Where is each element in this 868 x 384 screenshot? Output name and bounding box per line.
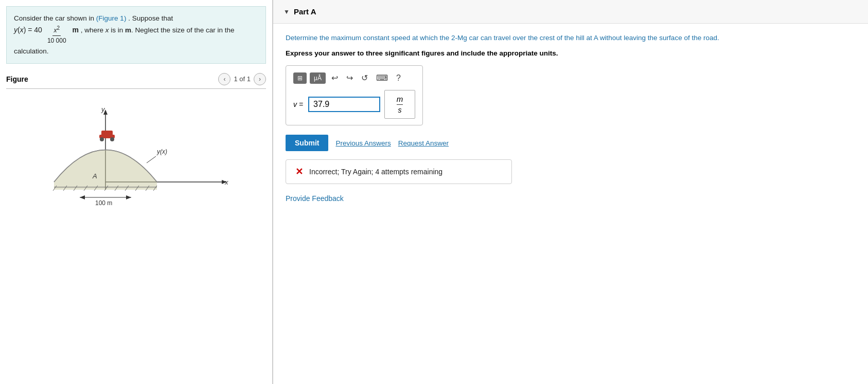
unit-icon: μÅ: [314, 75, 322, 82]
question-text: Determine the maximum constant speed at …: [286, 33, 856, 43]
unit-denominator: s: [398, 106, 402, 114]
part-chevron-icon: ▼: [284, 8, 290, 15]
incorrect-x-icon: ✕: [295, 166, 303, 177]
figure-nav: ‹ 1 of 1 ›: [218, 73, 266, 85]
right-panel: ▼ Part A Determine the maximum constant …: [273, 0, 868, 384]
problem-statement: Consider the car shown in (Figure 1) . S…: [6, 6, 266, 64]
unit-button[interactable]: μÅ: [310, 72, 326, 84]
svg-marker-26: [80, 195, 85, 199]
answer-box: ⊞ μÅ ↩ ↪ ↺ ⌨ ? v = m s: [286, 65, 423, 125]
matrix-button[interactable]: ⊞: [293, 72, 307, 84]
nav-next-button[interactable]: ›: [254, 73, 266, 85]
unit-fraction: m s: [384, 90, 415, 119]
figure-ref-link[interactable]: (Figure 1): [96, 14, 127, 22]
submit-row: Submit Previous Answers Request Answer: [286, 135, 856, 151]
figure-header: Figure ‹ 1 of 1 ›: [6, 73, 266, 89]
incorrect-box: ✕ Incorrect; Try Again; 4 attempts remai…: [286, 159, 512, 184]
equation-display: y(x) = 40 x2 10 000 m: [14, 24, 79, 46]
matrix-icon: ⊞: [297, 75, 303, 82]
part-title: Part A: [294, 7, 316, 16]
svg-point-21: [100, 137, 104, 141]
svg-line-24: [147, 156, 156, 163]
submit-button[interactable]: Submit: [286, 135, 328, 151]
figure-diagram: y x: [6, 92, 266, 221]
answer-input-wrapper: m s: [308, 90, 415, 119]
part-content: Determine the maximum constant speed at …: [273, 24, 868, 212]
provide-feedback-link[interactable]: Provide Feedback: [286, 194, 344, 203]
svg-text:100 m: 100 m: [95, 199, 112, 207]
answer-input[interactable]: [308, 97, 380, 112]
svg-marker-27: [126, 195, 131, 199]
left-panel: Consider the car shown in (Figure 1) . S…: [0, 0, 273, 384]
svg-text:x: x: [224, 178, 228, 186]
answer-row: v = m s: [293, 90, 415, 119]
figure-section: Figure ‹ 1 of 1 › y x: [0, 68, 272, 221]
toolbar: ⊞ μÅ ↩ ↪ ↺ ⌨ ?: [293, 72, 415, 84]
undo-button[interactable]: ↩: [329, 72, 341, 84]
figure-label: Figure: [6, 75, 28, 83]
hill-diagram-svg: y x: [39, 102, 234, 215]
svg-text:y(x): y(x): [156, 148, 167, 155]
svg-point-22: [110, 137, 114, 141]
nav-prev-button[interactable]: ‹: [218, 73, 231, 85]
frac-denominator: 10 000: [46, 36, 67, 46]
problem-intro-text: Consider the car shown in: [14, 14, 94, 22]
request-answer-link[interactable]: Request Answer: [398, 139, 449, 147]
frac-numerator: x2: [52, 24, 61, 36]
redo-button[interactable]: ↪: [344, 72, 356, 84]
help-button[interactable]: ?: [394, 72, 403, 84]
unit-numerator: m: [397, 95, 403, 105]
instruction-text: Express your answer to three significant…: [286, 49, 856, 57]
incorrect-message: Incorrect; Try Again; 4 attempts remaini…: [309, 168, 442, 176]
svg-text:A: A: [92, 172, 97, 180]
keyboard-button[interactable]: ⌨: [374, 72, 391, 84]
reset-button[interactable]: ↺: [359, 72, 370, 84]
page-indicator: 1 of 1: [234, 75, 251, 83]
part-header: ▼ Part A: [273, 0, 868, 24]
previous-answers-link[interactable]: Previous Answers: [335, 139, 391, 147]
problem-mid-text: . Suppose that: [128, 14, 173, 22]
variable-label: v =: [293, 100, 303, 108]
